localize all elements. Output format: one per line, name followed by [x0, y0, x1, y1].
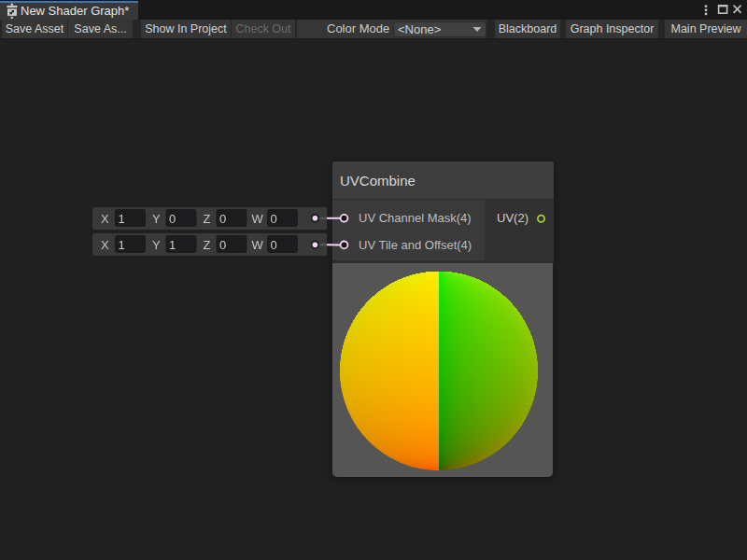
svg-text:Y: Y — [152, 212, 161, 226]
svg-text:X: X — [101, 238, 109, 252]
svg-text:1: 1 — [169, 238, 176, 252]
svg-text:0: 0 — [169, 212, 176, 226]
svg-text:W: W — [252, 212, 264, 226]
svg-text:Z: Z — [204, 212, 211, 226]
svg-text:0: 0 — [271, 212, 277, 226]
svg-text:0: 0 — [271, 238, 277, 252]
svg-text:X: X — [101, 212, 109, 226]
svg-text:1: 1 — [119, 238, 125, 252]
svg-text:0: 0 — [219, 238, 226, 252]
svg-text:Y: Y — [152, 238, 161, 252]
svg-text:W: W — [252, 238, 264, 252]
svg-text:Z: Z — [204, 238, 211, 252]
svg-text:0: 0 — [219, 212, 226, 226]
svg-text:1: 1 — [119, 212, 125, 226]
